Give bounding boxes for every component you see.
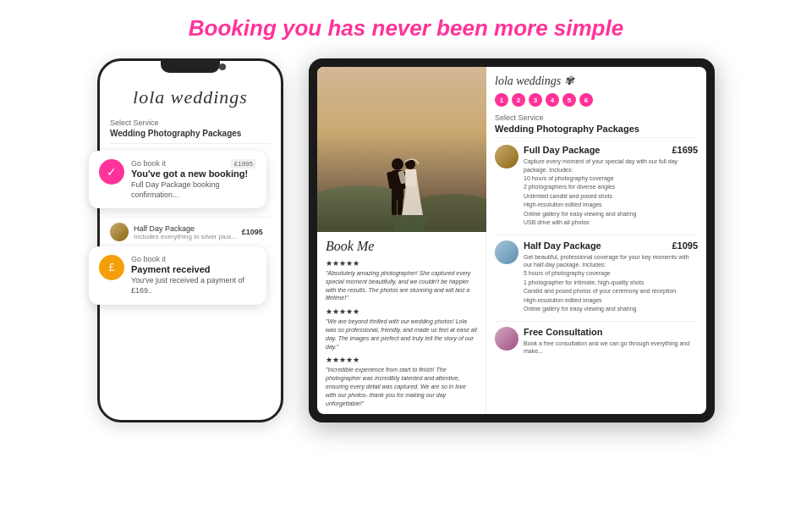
page-title: Booking you has never been more simple xyxy=(0,15,812,41)
svg-rect-8 xyxy=(398,198,403,215)
full-day-package-price: £1695 xyxy=(672,145,698,155)
package-info: Half Day Package Includes everything in … xyxy=(134,224,237,240)
tablet-right-panel: lola weddings ✾ 1 2 3 4 5 6 Select Servi… xyxy=(486,67,706,414)
booking-go-book-label: Go book it xyxy=(131,159,166,168)
review-3-text: "Incredible experience from start to fin… xyxy=(326,366,477,407)
half-day-package-price: £1095 xyxy=(672,240,698,251)
tablet-logo: lola weddings ✾ xyxy=(495,74,698,88)
tablet-screen: Book Me ★★★★★ "Absolutely amazing photog… xyxy=(317,67,706,414)
tablet-service-name: Wedding Photography Packages xyxy=(495,124,698,138)
payment-notification-title: Payment received xyxy=(131,264,256,274)
tablet-left-panel: Book Me ★★★★★ "Absolutely amazing photog… xyxy=(317,67,486,414)
tablet-full-day-package[interactable]: Full Day Package £1695 Capture every mom… xyxy=(495,145,698,228)
phone-notch xyxy=(161,61,220,73)
free-consultation-info: Free Consultation Book a free consultati… xyxy=(524,327,698,356)
review-2-text: "We are beyond thrilled with our wedding… xyxy=(326,318,477,351)
full-day-package-features: 10 hours of photography coverage 2 photo… xyxy=(524,174,698,228)
phone-content: lola weddings Select Service Wedding Pho… xyxy=(100,86,281,305)
booking-notification-desc: Full Day Package booking confirmation... xyxy=(131,180,256,200)
review-1-text: "Absolutely amazing photographer! She ca… xyxy=(326,269,477,302)
full-day-package-info: Full Day Package £1695 Capture every mom… xyxy=(524,145,698,228)
phone-logo: lola weddings xyxy=(110,86,271,108)
main-content: lola weddings Select Service Wedding Pho… xyxy=(0,50,812,422)
booking-price-badge: £1895 xyxy=(231,159,256,168)
package-image xyxy=(110,223,129,241)
svg-rect-10 xyxy=(405,169,416,186)
booking-notification-body: Go book it £1895 You've got a new bookin… xyxy=(131,159,256,200)
payment-go-book-label: Go book it xyxy=(131,255,256,263)
tablet-mockup: Book Me ★★★★★ "Absolutely amazing photog… xyxy=(309,58,715,422)
review-1-stars: ★★★★★ xyxy=(326,259,477,268)
review-3-stars: ★★★★★ xyxy=(326,356,477,364)
phone-service-name: Wedding Photography Packages xyxy=(110,129,271,144)
free-consultation-header: Free Consultation xyxy=(524,327,698,337)
full-day-package-header: Full Day Package £1695 xyxy=(524,145,698,155)
step-dot-6[interactable]: 6 xyxy=(579,93,593,107)
step-dots: 1 2 3 4 5 6 xyxy=(495,93,698,107)
header: Booking you has never been more simple xyxy=(0,0,812,50)
tablet-reviews-panel: Book Me ★★★★★ "Absolutely amazing photog… xyxy=(317,232,486,414)
payment-icon: £ xyxy=(99,255,124,280)
booking-notification-title: You've got a new booking! xyxy=(131,168,256,179)
full-day-package-name: Full Day Package xyxy=(524,145,601,155)
half-day-package-image xyxy=(495,240,518,264)
half-day-package-desc: Get beautiful, professional coverage for… xyxy=(524,253,698,270)
full-day-package-image xyxy=(495,145,518,168)
package-name: Half Day Package xyxy=(134,224,237,233)
tablet-select-service-label: Select Service xyxy=(495,113,698,122)
step-dot-4[interactable]: 4 xyxy=(546,93,559,107)
tablet-half-day-package[interactable]: Half Day Package £1095 Get beautiful, pr… xyxy=(495,235,698,314)
payment-notification-body: Go book it Payment received You've just … xyxy=(131,255,256,295)
half-day-package-features: 5 hours of photography coverage 1 photog… xyxy=(524,269,698,314)
phone-mockup: lola weddings Select Service Wedding Pho… xyxy=(97,58,283,422)
half-day-package-header: Half Day Package £1095 xyxy=(524,240,698,251)
phone-package-row: Half Day Package Includes everything in … xyxy=(110,217,271,246)
tablet-book-me-title: Book Me xyxy=(326,239,477,254)
booking-icon: ✓ xyxy=(99,159,124,185)
svg-point-3 xyxy=(392,158,403,170)
free-consultation-name: Free Consultation xyxy=(524,327,603,337)
tablet-photo xyxy=(317,67,486,232)
half-day-package-name: Half Day Package xyxy=(524,240,601,251)
half-day-package-info: Half Day Package £1095 Get beautiful, pr… xyxy=(524,240,698,314)
package-desc: Includes everything in silver plus... xyxy=(134,233,237,240)
svg-rect-7 xyxy=(392,198,397,215)
free-consultation-desc: Book a free consultation and we can go t… xyxy=(524,340,698,356)
step-dot-5[interactable]: 5 xyxy=(562,93,576,107)
phone-camera xyxy=(219,64,226,70)
full-day-package-desc: Capture every moment of your special day… xyxy=(524,157,698,174)
review-2-stars: ★★★★★ xyxy=(326,307,477,316)
phone-select-service-label: Select Service xyxy=(110,119,271,127)
step-dot-2[interactable]: 2 xyxy=(512,93,525,107)
payment-notification: £ Go book it Payment received You've jus… xyxy=(89,246,266,304)
payment-notification-desc: You've just received a payment of £169.. xyxy=(131,276,256,295)
package-price: £1095 xyxy=(242,228,263,236)
booking-notification: ✓ Go book it £1895 You've got a new book… xyxy=(89,151,266,208)
step-dot-1[interactable]: 1 xyxy=(495,93,508,107)
step-dot-3[interactable]: 3 xyxy=(529,93,542,107)
tablet-free-consultation[interactable]: Free Consultation Book a free consultati… xyxy=(495,321,698,356)
free-consultation-image xyxy=(495,327,518,351)
